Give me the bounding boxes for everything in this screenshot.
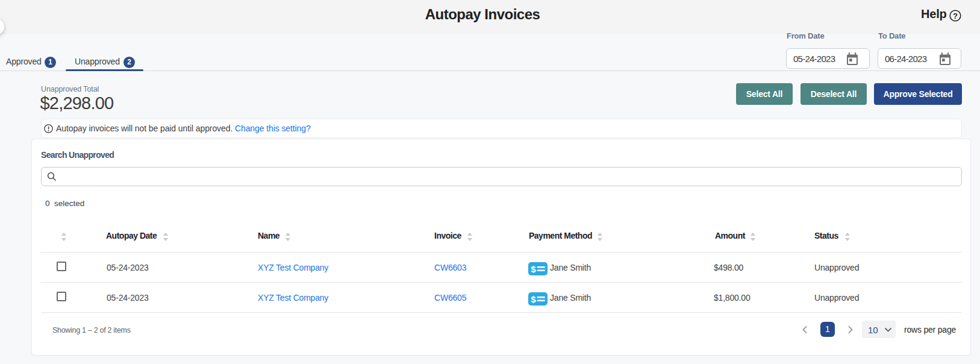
svg-text:?: ? [953,11,958,20]
svg-text:$: $ [531,294,536,304]
svg-text:$: $ [531,264,536,274]
